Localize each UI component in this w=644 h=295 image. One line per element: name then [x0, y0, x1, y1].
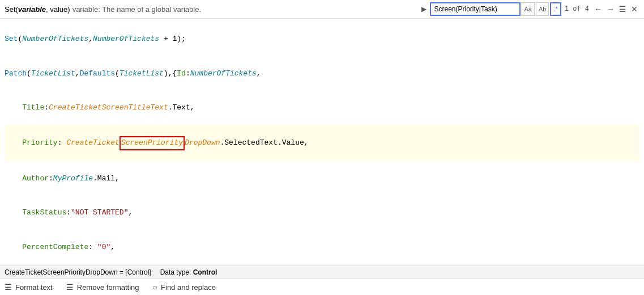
- editor-area[interactable]: Set(NumberOfTickets,NumberOfTickets + 1)…: [0, 19, 644, 266]
- variable-param: variable: [18, 5, 46, 14]
- search-count: 1 of 4: [562, 5, 591, 13]
- set-rest: , value): [46, 5, 70, 14]
- search-close-button[interactable]: ✕: [629, 5, 639, 14]
- header-description: variable: The name of a global variable.: [72, 5, 201, 14]
- bottom-toolbar: ☰ Format text ☰ Remove formatting ○ Find…: [0, 279, 644, 295]
- format-text-label: Format text: [15, 283, 53, 292]
- status-bar: CreateTicketScreenPriorityDropDown = [Co…: [0, 266, 644, 279]
- format-text-icon: ☰: [5, 283, 12, 292]
- code-line-1: Set(NumberOfTickets,NumberOfTickets + 1)…: [5, 22, 639, 56]
- set-keyword: Set(: [5, 5, 18, 14]
- header-set-text: Set(variable, value): [5, 5, 70, 14]
- format-text-button[interactable]: ☰ Format text: [5, 283, 53, 292]
- remove-formatting-label: Remove formatting: [77, 283, 139, 292]
- find-replace-icon: ○: [153, 283, 157, 292]
- code-line-3: Title:CreateTicketScreenTitleText.Text,: [5, 91, 639, 125]
- status-data-type: Data type: Control: [160, 268, 217, 276]
- code-line-4: Priority: CreateTicketScreenPriorityDrop…: [5, 125, 639, 161]
- search-input[interactable]: [430, 2, 521, 16]
- search-collapse-button[interactable]: ▶: [419, 4, 429, 14]
- code-line-8: Created:Now(),: [5, 264, 639, 266]
- remove-formatting-icon: ☰: [66, 283, 74, 292]
- code-line-6: TaskStatus:"NOT STARTED",: [5, 196, 639, 230]
- search-menu-button[interactable]: ☰: [617, 5, 628, 14]
- search-next-button[interactable]: →: [605, 5, 616, 14]
- search-whole-word-button[interactable]: Ab: [536, 2, 549, 16]
- find-replace-label: Find and replace: [161, 283, 216, 292]
- find-replace-button[interactable]: ○ Find and replace: [153, 283, 216, 292]
- search-toolbar: ▶ Aa Ab .* 1 of 4 ← → ☰ ✕: [419, 2, 640, 16]
- code-line-2: Patch(TicketList,Defaults(TicketList),{I…: [5, 56, 639, 90]
- status-control-expr: CreateTicketScreenPriorityDropDown = [Co…: [5, 268, 151, 276]
- search-prev-button[interactable]: ←: [592, 5, 604, 14]
- remove-formatting-button[interactable]: ☰ Remove formatting: [66, 283, 139, 292]
- search-regex-button[interactable]: .*: [550, 2, 561, 16]
- code-line-5: Author:MyProfile.Mail,: [5, 162, 639, 196]
- search-case-button[interactable]: Aa: [522, 2, 535, 16]
- code-line-7: PercentComplete: "0",: [5, 230, 639, 264]
- header-bar: Set(variable, value) variable: The name …: [0, 0, 644, 19]
